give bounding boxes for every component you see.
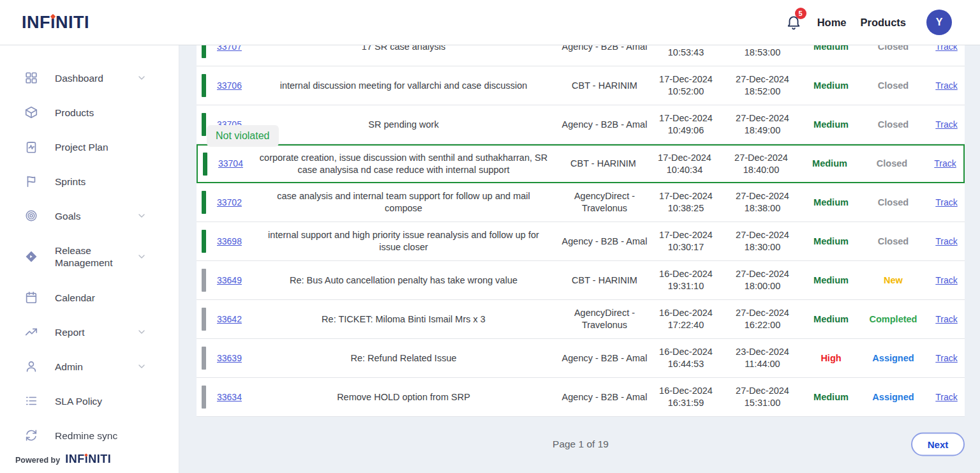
- box-icon: [24, 105, 38, 119]
- priority-label: Medium: [804, 236, 858, 248]
- priority-label: Medium: [804, 80, 858, 92]
- sidebar-item-redmine-sync[interactable]: Redmine sync: [0, 418, 179, 453]
- target-icon: [24, 209, 38, 223]
- ticket-id-link[interactable]: 33698: [217, 236, 242, 246]
- sidebar-footer: Powered by INFıNITI: [0, 453, 179, 473]
- clipboard-icon: [24, 140, 38, 154]
- ticket-description: Re: Refund Related Issue: [249, 352, 558, 364]
- priority-label: Medium: [804, 197, 858, 209]
- ticket-id-link[interactable]: 33642: [217, 314, 242, 324]
- next-page-button[interactable]: Next: [911, 433, 965, 456]
- table-row: 33704 corporate creation, issue discussi…: [197, 144, 965, 183]
- status-label: Assigned: [858, 352, 928, 364]
- sidebar-item-report[interactable]: Report: [0, 315, 179, 349]
- priority-label: Medium: [804, 274, 858, 287]
- row-status-bar: [202, 191, 206, 214]
- pagination: Page 1 of 19 Next: [197, 426, 965, 463]
- ticket-id-link[interactable]: 33706: [217, 80, 242, 91]
- trend-icon: [24, 325, 38, 339]
- priority-label: High: [804, 352, 858, 364]
- ticket-id-link[interactable]: 33649: [217, 275, 242, 285]
- notification-bell-icon[interactable]: 5: [785, 14, 802, 31]
- track-link[interactable]: Track: [935, 197, 957, 207]
- table-row: 33649 Re: Bus Auto cancellation penalty …: [197, 261, 965, 300]
- ticket-category: Agency - B2B - Amal: [558, 45, 651, 53]
- track-link[interactable]: Track: [935, 392, 957, 402]
- ticket-description: SR pending work: [249, 119, 558, 131]
- user-icon: [24, 359, 38, 373]
- infiniti-logo: INFıNITI: [22, 13, 89, 33]
- sidebar-item-sla-policy[interactable]: SLA Policy: [0, 384, 179, 418]
- table-row: 33705 SR pending work Agency - B2B - Ama…: [197, 105, 965, 144]
- chevron-down-icon: [137, 361, 147, 372]
- sidebar-item-project-plan[interactable]: Project Plan: [0, 130, 179, 164]
- ticket-description: Remove HOLD option from SRP: [249, 391, 558, 403]
- avatar[interactable]: Y: [926, 10, 952, 35]
- nav-home[interactable]: Home: [817, 17, 847, 29]
- table-row: 33698 internal support and high priority…: [197, 222, 965, 261]
- sidebar-item-admin[interactable]: Admin: [0, 349, 179, 384]
- sidebar-item-products[interactable]: Products: [0, 95, 179, 130]
- ticket-end-datetime: 27-Dec-202418:40:00: [720, 152, 803, 176]
- track-link[interactable]: Track: [935, 236, 957, 246]
- track-link[interactable]: Track: [935, 353, 957, 363]
- priority-label: Medium: [804, 119, 858, 131]
- ticket-description: Re: Bus Auto cancellation penalty has ta…: [249, 274, 558, 287]
- chevron-down-icon: [137, 327, 147, 337]
- track-link[interactable]: Track: [935, 275, 957, 285]
- ticket-id-link[interactable]: 33704: [218, 158, 243, 169]
- status-label: Closed: [858, 197, 928, 209]
- priority-label: Medium: [804, 313, 858, 326]
- table-row: 33702 case analysis and internal team su…: [197, 183, 965, 222]
- ticket-start-datetime: 17-Dec-202410:52:00: [651, 73, 721, 98]
- track-link[interactable]: Track: [935, 45, 957, 52]
- sidebar-item-goals[interactable]: Goals: [0, 199, 179, 233]
- status-label: Closed: [858, 45, 928, 53]
- status-label: New: [858, 274, 928, 287]
- ticket-id-link[interactable]: 33707: [217, 45, 242, 52]
- tickets-table: 33707 17 SR case analysis Agency - B2B -…: [197, 45, 965, 417]
- chevron-down-icon: [137, 73, 147, 83]
- sidebar-item-release-management[interactable]: Release Management: [0, 233, 179, 280]
- ticket-description: Re: TICKET: Miloma Binti Ismail Mrs x 3: [249, 313, 558, 326]
- logo-text: NITI: [56, 13, 89, 33]
- ticket-start-datetime: 17-Dec-202410:40:34: [650, 152, 720, 176]
- ticket-id-link[interactable]: 33639: [217, 353, 242, 363]
- table-row: 33639 Re: Refund Related Issue Agency - …: [197, 339, 965, 378]
- ticket-category: AgencyDirect - Travelonus: [558, 190, 651, 214]
- nav-products[interactable]: Products: [860, 17, 906, 29]
- chevron-down-icon: [137, 211, 147, 221]
- ticket-end-datetime: 27-Dec-202418:30:00: [721, 229, 804, 253]
- ticket-end-datetime: 27-Dec-202415:31:00: [721, 385, 804, 409]
- ticket-category: CBT - HARINIM: [557, 158, 650, 170]
- priority-label: Medium: [803, 158, 857, 170]
- row-status-bar: [202, 386, 206, 409]
- status-label: Assigned: [858, 391, 928, 403]
- ticket-id-link[interactable]: 33702: [217, 197, 242, 207]
- ticket-category: Agency - B2B - Amal: [558, 119, 651, 131]
- track-link[interactable]: Track: [934, 158, 956, 169]
- row-status-bar: [202, 308, 206, 331]
- table-row: 33707 17 SR case analysis Agency - B2B -…: [197, 45, 965, 66]
- ticket-category: Agency - B2B - Amal: [558, 236, 651, 248]
- track-link[interactable]: Track: [935, 80, 957, 91]
- ticket-start-datetime: 17-Dec-202410:30:17: [651, 229, 721, 253]
- ticket-id-link[interactable]: 33634: [217, 392, 242, 402]
- logo-text: INF: [22, 13, 50, 33]
- row-status-bar: [202, 74, 206, 97]
- infiniti-footer-logo: INFıNITI: [65, 453, 111, 466]
- priority-label: Medium: [804, 45, 858, 53]
- sla-status-tooltip: Not violated: [207, 125, 279, 147]
- main-content: 33707 17 SR case analysis Agency - B2B -…: [179, 45, 980, 473]
- track-link[interactable]: Track: [935, 119, 957, 130]
- sidebar-item-sprints[interactable]: Sprints: [0, 164, 179, 199]
- track-link[interactable]: Track: [935, 314, 957, 324]
- sync-icon: [24, 428, 38, 442]
- sidebar-item-calendar[interactable]: Calendar: [0, 280, 179, 315]
- sidebar-item-dashboard[interactable]: Dashboard: [0, 61, 179, 95]
- grid-icon: [24, 71, 38, 85]
- ticket-description: corporate creation, issue discussion wit…: [250, 152, 557, 176]
- row-status-bar: [202, 230, 206, 253]
- ticket-start-datetime: 16-Dec-202416:31:59: [651, 385, 721, 409]
- top-header: INFıNITI 5 Home Products Y: [0, 0, 980, 45]
